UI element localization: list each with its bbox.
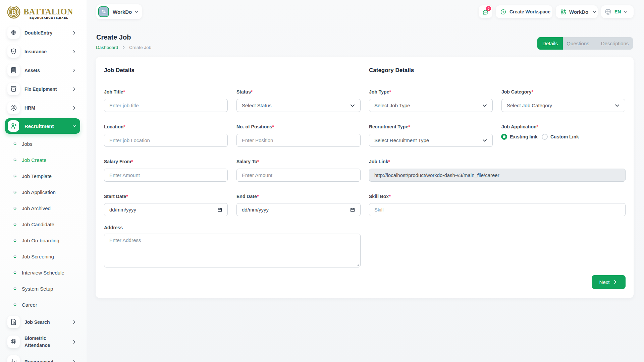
svg-text:B: B bbox=[11, 8, 16, 16]
svg-text:EQUIP,EXECUTE,EXEL: EQUIP,EXECUTE,EXEL bbox=[30, 16, 68, 19]
svg-text:BATTALION: BATTALION bbox=[23, 7, 73, 16]
